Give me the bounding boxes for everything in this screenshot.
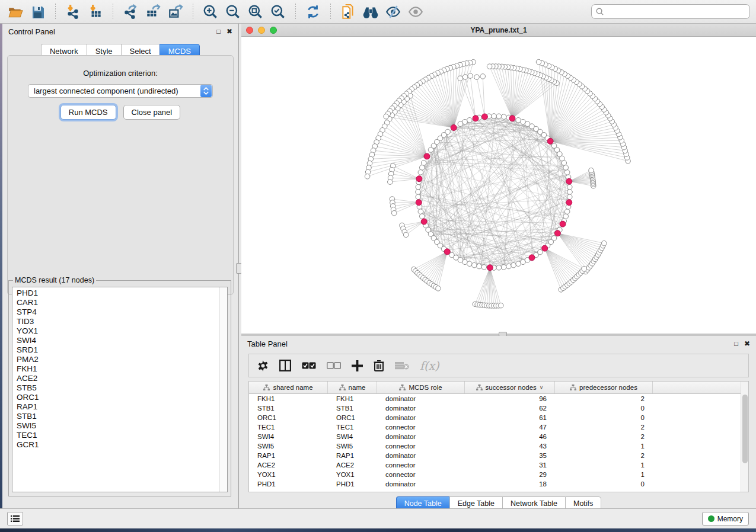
column-header-shared-name[interactable]: shared name: [249, 382, 328, 393]
cell-successor_nodes: 47: [465, 422, 555, 432]
table-row-SWI4[interactable]: SWI4SWI4dominator462: [249, 432, 748, 441]
mcds-result-item[interactable]: TID3: [17, 317, 227, 326]
show-all-button[interactable]: [406, 3, 425, 21]
run-mcds-button[interactable]: Run MCDS: [60, 105, 116, 120]
optimization-criterion-label: Optimization criterion:: [8, 69, 233, 78]
close-panel-icon[interactable]: ✖: [744, 340, 750, 347]
mcds-result-item[interactable]: STP4: [17, 307, 227, 317]
search-input[interactable]: [604, 8, 746, 16]
settings-gear-icon[interactable]: [257, 360, 269, 371]
column-label: predecessor nodes: [579, 384, 637, 391]
cell-name: ACE2: [328, 460, 377, 470]
network-graph-canvas[interactable]: [241, 37, 756, 333]
network-window-titlebar[interactable]: YPA_prune.txt_1: [241, 24, 756, 37]
mcds-result-item[interactable]: SWI5: [17, 421, 227, 431]
mcds-result-item[interactable]: CAR1: [17, 298, 227, 307]
cell-predecessor_nodes: 0: [555, 479, 653, 489]
table-row-SWI5[interactable]: SWI5SWI5connector431: [249, 441, 748, 451]
zoom-in-button[interactable]: [201, 3, 220, 21]
export-image-button[interactable]: [166, 3, 185, 21]
column-header-MCDS-role[interactable]: MCDS role: [377, 382, 465, 393]
column-header-successor-nodes[interactable]: successor nodes∨: [465, 382, 555, 393]
table-row-STB1[interactable]: STB1STB1dominator620: [249, 403, 748, 413]
float-panel-icon[interactable]: □: [216, 28, 221, 35]
cell-mcds_role: dominator: [377, 479, 465, 489]
mcds-result-item[interactable]: YOX1: [17, 326, 227, 336]
toolbar-separator: [193, 4, 193, 20]
table-panel-title: Table Panel: [247, 339, 288, 348]
cell-successor_nodes: 18: [465, 479, 555, 489]
import-table-button[interactable]: [86, 3, 105, 21]
mcds-result-item[interactable]: FKH1: [17, 364, 227, 374]
optimization-criterion-select[interactable]: largest connected component (undirected): [28, 84, 213, 98]
toolbar-separator: [55, 4, 56, 20]
mcds-result-item[interactable]: SRD1: [17, 345, 227, 355]
delete-column-icon[interactable]: [374, 360, 384, 371]
mcds-result-item[interactable]: GCR1: [17, 440, 227, 450]
maximize-window-icon[interactable]: [270, 27, 277, 34]
table-row-YOX1[interactable]: YOX1YOX1connector291: [249, 470, 748, 479]
mcds-result-item[interactable]: PMA2: [17, 355, 227, 364]
mcds-result-item[interactable]: STB5: [17, 383, 227, 393]
table-row-FKH1[interactable]: FKH1FKH1dominator962: [249, 394, 748, 403]
column-type-icon: [476, 384, 483, 390]
cell-mcds_role: dominator: [377, 394, 465, 403]
mcds-result-item[interactable]: PHD1: [17, 289, 227, 298]
table-row-RAP1[interactable]: RAP1RAP1dominator352: [249, 451, 748, 460]
memory-status-icon: [708, 515, 714, 522]
float-panel-icon[interactable]: □: [734, 341, 738, 347]
column-header-name[interactable]: name: [328, 382, 377, 393]
mcds-result-item[interactable]: SWI4: [17, 336, 227, 345]
table-row-ORC1[interactable]: ORC1ORC1dominator610: [249, 413, 748, 422]
cell-shared_name: RAP1: [249, 451, 328, 460]
zoom-selected-button[interactable]: [269, 3, 288, 21]
cell-shared_name: STB1: [249, 403, 328, 413]
apply-layout-button[interactable]: [304, 3, 323, 21]
table-scrollbar[interactable]: [741, 382, 748, 492]
first-neighbors-button[interactable]: [361, 3, 380, 21]
minimize-window-icon[interactable]: [258, 27, 265, 34]
create-column-icon[interactable]: [352, 360, 363, 371]
close-window-icon[interactable]: [246, 27, 253, 34]
close-panel-button[interactable]: Close panel: [123, 105, 181, 120]
mcds-result-item[interactable]: STB1: [17, 412, 227, 421]
cell-predecessor_nodes: 1: [555, 460, 653, 470]
zoom-fit-button[interactable]: [246, 3, 265, 21]
search-box[interactable]: [591, 4, 750, 19]
export-table-button[interactable]: [143, 3, 162, 21]
new-network-from-selection-button[interactable]: [339, 3, 358, 21]
cell-successor_nodes: 35: [465, 451, 555, 460]
mcds-result-list[interactable]: PHD1CAR1STP4TID3YOX1SWI4SRD1PMA2FKH1ACE2…: [12, 287, 228, 492]
table-row-TEC1[interactable]: TEC1TEC1connector472: [249, 422, 748, 432]
close-panel-icon[interactable]: ✖: [227, 28, 232, 35]
toggle-column-icon[interactable]: [279, 360, 291, 371]
table-row-ACE2[interactable]: ACE2ACE2connector311: [249, 460, 748, 470]
mcds-result-item[interactable]: ACE2: [17, 374, 227, 383]
import-network-button[interactable]: [63, 3, 82, 21]
table-scrollbar-thumb[interactable]: [742, 395, 748, 463]
memory-button[interactable]: Memory: [702, 512, 749, 525]
open-file-button[interactable]: [6, 3, 25, 21]
column-header-predecessor-nodes[interactable]: predecessor nodes: [555, 382, 653, 393]
column-type-icon: [263, 384, 270, 390]
cell-shared_name: YOX1: [249, 470, 328, 479]
deselect-all-columns-icon[interactable]: [327, 362, 341, 370]
cell-successor_nodes: 29: [465, 470, 555, 479]
mcds-result-group: MCDS result (17 nodes) PHD1CAR1STP4TID3Y…: [8, 276, 231, 496]
zoom-fit-icon: [248, 4, 263, 20]
mcds-result-item[interactable]: ORC1: [17, 393, 227, 402]
save-session-button[interactable]: [28, 3, 47, 21]
table-row-PHD1[interactable]: PHD1PHD1dominator180: [249, 479, 748, 489]
zoom-out-button[interactable]: [224, 3, 243, 21]
mcds-result-item[interactable]: TEC1: [17, 431, 227, 440]
list-scrollbar[interactable]: [219, 287, 227, 492]
status-bar: Memory: [0, 508, 756, 528]
cell-predecessor_nodes: 2: [555, 432, 653, 441]
hide-selected-button[interactable]: [384, 3, 403, 21]
export-network-button[interactable]: [121, 3, 140, 21]
toolbar-separator: [295, 4, 296, 20]
new-network-from-selection-icon: [340, 4, 356, 20]
mcds-result-item[interactable]: RAP1: [17, 402, 227, 412]
select-all-columns-icon[interactable]: [302, 362, 316, 370]
task-history-button[interactable]: [7, 512, 23, 525]
